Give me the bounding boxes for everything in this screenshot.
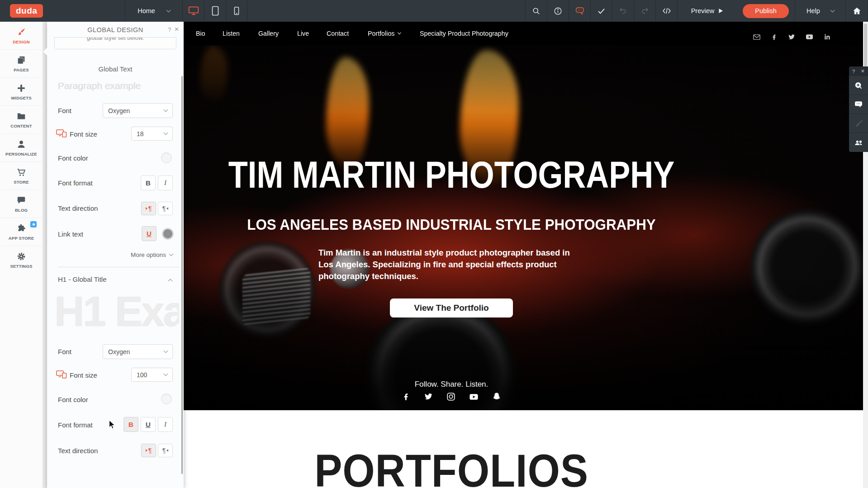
desktop-view-button[interactable] — [182, 0, 204, 22]
underline-button[interactable]: U — [141, 417, 156, 432]
redo-button[interactable] — [634, 0, 655, 22]
comments-panel-button[interactable] — [849, 95, 868, 114]
sidebar-item-design[interactable]: DESIGN — [0, 22, 43, 50]
facebook-icon[interactable] — [401, 392, 411, 402]
site-nav-bio[interactable]: Bio — [196, 29, 205, 38]
sidebar-item-store[interactable]: STORE — [0, 162, 43, 190]
h1-font-select[interactable]: Oxygen — [103, 344, 173, 359]
sidebar-item-blog[interactable]: BLOG — [0, 190, 43, 218]
tablet-icon — [210, 5, 221, 16]
site-nav-portfolios[interactable]: Portfolios — [368, 29, 400, 38]
youtube-icon[interactable] — [469, 392, 479, 402]
site-header-social — [753, 33, 831, 41]
undo-button[interactable] — [612, 0, 634, 22]
h1-font-value: Oxygen — [108, 348, 130, 355]
paragraph-font-color-swatch[interactable] — [161, 152, 172, 163]
chevron-down-icon — [164, 131, 168, 135]
site-nav-listen[interactable]: Listen — [223, 29, 240, 38]
chevron-down-icon — [164, 372, 168, 376]
sidebar-item-widgets[interactable]: WIDGETS — [0, 78, 43, 106]
more-options-toggle[interactable]: More options — [131, 251, 173, 258]
tablet-view-button[interactable] — [204, 0, 226, 22]
arrow-right-icon — [146, 207, 147, 210]
help-menu[interactable]: Help — [795, 0, 845, 22]
bold-button[interactable]: B — [141, 175, 156, 190]
global-text-heading: Global Text — [47, 65, 184, 73]
twitter-icon[interactable] — [423, 392, 433, 402]
sidebar-item-app-store[interactable]: APP STORE — [0, 218, 43, 246]
h1-font-color-swatch[interactable] — [161, 393, 172, 404]
sidebar-item-pages[interactable]: PAGES — [0, 50, 43, 78]
email-icon[interactable] — [753, 33, 761, 41]
sidebar-label: DESIGN — [13, 39, 30, 44]
hero-paragraph: Tim Martin is an industrial style produc… — [318, 247, 584, 282]
panel-help-button[interactable]: ? — [168, 26, 171, 33]
more-options-label: More options — [131, 251, 166, 258]
paragraph-style-preview: Paragraph example — [58, 81, 141, 91]
preview-button[interactable]: Preview — [677, 0, 737, 22]
arrow-right-icon — [146, 449, 147, 452]
sidebar-item-personalize[interactable]: PERSONALIZE — [0, 134, 43, 162]
puzzle-icon — [16, 223, 26, 233]
page-selector[interactable]: Home — [125, 0, 182, 22]
sidebar-label: APP STORE — [9, 236, 34, 241]
zoom-out-editor-button[interactable] — [849, 76, 868, 95]
view-portfolio-button[interactable]: View The Portfolio — [390, 298, 513, 317]
comments-button[interactable] — [569, 0, 590, 22]
panel-scrollbar[interactable] — [181, 76, 183, 474]
mobile-view-button[interactable] — [226, 0, 247, 22]
speech-bubble-icon — [16, 195, 26, 205]
ltr-direction-button[interactable]: ¶ — [141, 444, 156, 457]
paragraph-font-select[interactable]: Oxygen — [103, 103, 173, 118]
portfolios-heading: PORTFOLIOS — [184, 445, 828, 488]
dashboard-home-button[interactable] — [845, 0, 868, 22]
collaborators-button[interactable] — [849, 133, 868, 152]
close-icon[interactable]: ✕ — [861, 68, 865, 74]
instagram-icon[interactable] — [446, 392, 456, 402]
sidebar-item-settings[interactable]: SETTINGS — [0, 246, 43, 274]
sidebar-label: BLOG — [15, 208, 28, 213]
site-nav-specialty[interactable]: Specialty Product Photography — [420, 29, 508, 38]
close-icon[interactable]: × — [175, 25, 179, 34]
rtl-direction-button[interactable]: ¶ — [158, 444, 173, 457]
site-nav-portfolios-label: Portfolios — [368, 29, 394, 38]
collapse-section-button[interactable] — [169, 276, 172, 284]
panel-pointer-notch — [43, 48, 51, 56]
italic-button[interactable]: I — [158, 175, 173, 190]
sidebar-label: WIDGETS — [11, 95, 32, 100]
site-nav-contact[interactable]: Contact — [327, 29, 349, 38]
snapchat-icon[interactable] — [492, 392, 502, 402]
toolbar-help-button[interactable]: ? — [852, 69, 855, 74]
chevron-down-icon — [164, 108, 168, 112]
site-nav-gallery[interactable]: Gallery — [258, 29, 279, 38]
linkedin-icon[interactable] — [823, 33, 831, 41]
sidebar-item-content[interactable]: CONTENT — [0, 106, 43, 134]
italic-button[interactable]: I — [158, 417, 173, 432]
font-format-label: Font format — [58, 421, 93, 429]
section-divider — [58, 267, 179, 267]
help-label: Help — [806, 7, 820, 14]
bold-button[interactable]: B — [123, 417, 138, 432]
facebook-icon[interactable] — [770, 33, 778, 41]
info-button[interactable] — [547, 0, 569, 22]
youtube-icon[interactable] — [805, 33, 814, 41]
ltr-direction-button[interactable]: ¶ — [141, 202, 156, 215]
h1-direction-buttons: ¶ ¶ — [141, 444, 173, 457]
page-selector-label: Home — [138, 7, 155, 14]
h1-font-size-select[interactable]: 100 — [131, 368, 173, 382]
undo-icon — [618, 6, 628, 16]
link-color-swatch[interactable] — [162, 228, 174, 240]
duda-logo[interactable]: duda — [10, 4, 43, 18]
save-check-button[interactable] — [590, 0, 612, 22]
site-nav-live[interactable]: Live — [297, 29, 309, 38]
search-button[interactable] — [525, 0, 547, 22]
link-underline-button[interactable]: U — [142, 226, 157, 241]
rtl-direction-button[interactable]: ¶ — [158, 202, 173, 215]
hide-styles-button[interactable] — [849, 114, 868, 133]
publish-button[interactable]: Publish — [743, 4, 789, 18]
dev-mode-button[interactable] — [655, 0, 677, 22]
paragraph-font-size-select[interactable]: 18 — [131, 127, 173, 141]
font-size-label: Font size — [70, 371, 97, 379]
text-direction-label: Text direction — [58, 447, 98, 455]
twitter-icon[interactable] — [787, 33, 796, 41]
